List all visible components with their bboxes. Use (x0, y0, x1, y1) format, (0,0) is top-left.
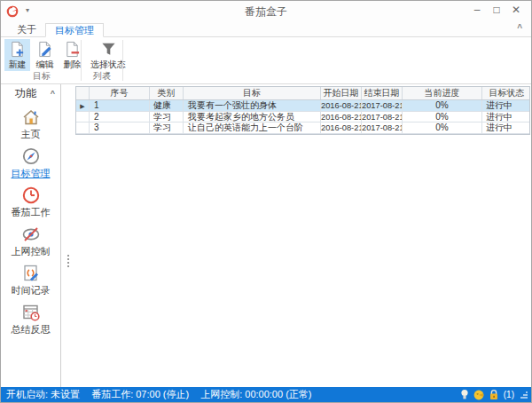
header-goal[interactable]: 目标 (184, 87, 321, 99)
cell-end-date: 2017-08-21 (362, 112, 403, 122)
sidebar: 功能 ^ 主页 (1, 84, 61, 387)
sidebar-item-goal-management[interactable]: 目标管理 (1, 146, 61, 180)
new-goal-button[interactable]: 新建 (4, 39, 30, 71)
edit-document-icon (36, 41, 53, 58)
lock-icon[interactable] (489, 389, 499, 400)
cell-goal: 让自己的英语能力上一个台阶 (184, 122, 321, 133)
cell-number: 1 (90, 100, 150, 111)
cell-status: 进行中 (482, 100, 531, 111)
cell-end-date: 2017-08-21 (362, 122, 403, 133)
cell-category: 学习 (150, 122, 184, 133)
header-row-selector (76, 87, 90, 99)
row-selector-arrow-icon: ▶ (80, 103, 84, 109)
sidebar-item-label: 番茄工作 (12, 206, 51, 219)
sidebar-item-home[interactable]: 主页 (1, 107, 61, 141)
header-category[interactable]: 类别 (150, 87, 184, 99)
select-status-label: 选择状态 (90, 59, 126, 71)
status-internet-control: 上网控制: 00:00:00 (正常) (200, 388, 311, 401)
header-status[interactable]: 目标状态 (482, 87, 531, 99)
resize-grip[interactable] (520, 391, 528, 399)
cell-end-date: 2017-08-21 (362, 100, 403, 111)
status-bar: 开机启动: 未设置 番茄工作: 07:00 (停止) 上网控制: 00:00:0… (1, 387, 531, 402)
table-row[interactable]: 3 学习 让自己的英语能力上一个台阶 2016-08-21 2017-08-21… (76, 122, 529, 134)
delete-goal-label: 删除 (64, 59, 82, 71)
sidebar-item-time-record[interactable]: 时间记录 (1, 264, 61, 297)
sidebar-item-label: 时间记录 (12, 284, 51, 297)
delete-document-icon (64, 41, 81, 58)
cell-progress: 0% (403, 122, 482, 133)
table-row[interactable]: ▶ 1 健康 我要有一个强壮的身体 2016-08-21 2017-08-21 … (76, 100, 529, 112)
sidebar-item-label: 目标管理 (12, 167, 51, 180)
calendar-clock-icon (21, 303, 41, 322)
lightbulb-icon[interactable] (460, 389, 469, 400)
sidebar-item-label: 主页 (21, 128, 41, 141)
status-count-badge: (1) (504, 390, 514, 399)
no-internet-eye-icon (21, 225, 41, 244)
goals-table: 序号 类别 目标 开始日期 结束日期 当前进度 目标状态 ▶ 1 健康 我要有一… (75, 86, 530, 135)
edit-goal-label: 编辑 (36, 59, 54, 71)
time-record-icon (21, 264, 41, 283)
ribbon-group-goal: 目标 (13, 70, 70, 83)
cell-status: 进行中 (482, 112, 531, 122)
status-startup: 开机启动: 未设置 (6, 388, 80, 401)
sidebar-item-tomato-work[interactable]: 番茄工作 (1, 186, 61, 219)
table-header-row: 序号 类别 目标 开始日期 结束日期 当前进度 目标状态 (76, 87, 529, 100)
header-start-date[interactable]: 开始日期 (321, 87, 362, 99)
close-button[interactable]: ✕ (506, 1, 526, 20)
ribbon-group-list: 列表 (82, 70, 121, 83)
tab-goal-management[interactable]: 目标管理 (45, 23, 104, 37)
table-row[interactable]: 2 学习 我要考起家乡的地方公务员 2016-08-21 2017-08-21 … (76, 112, 529, 123)
home-icon (21, 107, 41, 127)
new-goal-label: 新建 (9, 59, 27, 71)
titlebar: ▾ 番茄盒子 – □ ✕ (1, 1, 531, 23)
edit-goal-button[interactable]: 编辑 (32, 39, 58, 71)
sidebar-item-summary-reflection[interactable]: 总结反思 (1, 303, 61, 336)
cell-start-date: 2016-08-21 (321, 122, 362, 133)
tab-about[interactable]: 关于 (8, 23, 45, 36)
cell-start-date: 2016-08-21 (321, 112, 362, 122)
header-number[interactable]: 序号 (90, 87, 150, 99)
cell-progress: 0% (403, 100, 482, 111)
content-area: 功能 ^ 主页 (1, 84, 531, 387)
sidebar-item-label: 总结反思 (12, 323, 51, 336)
minimize-button[interactable]: – (467, 1, 487, 20)
header-progress[interactable]: 当前进度 (403, 87, 482, 99)
cell-category: 学习 (150, 112, 184, 122)
sidebar-header: 功能 (15, 86, 36, 101)
ribbon-collapse-icon[interactable]: ^ (517, 23, 522, 33)
sidebar-collapse-icon[interactable]: ^ (51, 89, 55, 98)
compass-icon (21, 146, 41, 166)
status-tomato-work: 番茄工作: 07:00 (停止) (91, 388, 189, 401)
ribbon-tab-row: 关于 目标管理 ^ (1, 23, 531, 37)
sidebar-item-label: 上网控制 (12, 245, 51, 258)
cell-number: 3 (90, 122, 150, 133)
cell-start-date: 2016-08-21 (321, 100, 362, 111)
cell-category: 健康 (150, 100, 184, 111)
cell-progress: 0% (403, 112, 482, 122)
app-window: ▾ 番茄盒子 – □ ✕ 关于 目标管理 ^ 新建 编 (0, 0, 532, 403)
ribbon: 新建 编辑 删除 选择状态 ▾ 目标 (1, 37, 531, 84)
new-document-icon (9, 41, 26, 58)
maximize-button[interactable]: □ (487, 1, 506, 20)
sidebar-item-internet-control[interactable]: 上网控制 (1, 225, 61, 258)
ribbon-group-separator (81, 40, 82, 81)
cell-status: 进行中 (482, 122, 531, 133)
splitter-handle[interactable] (67, 255, 69, 267)
main-panel: 序号 类别 目标 开始日期 结束日期 当前进度 目标状态 ▶ 1 健康 我要有一… (61, 84, 531, 387)
header-end-date[interactable]: 结束日期 (362, 87, 403, 99)
cell-goal: 我要考起家乡的地方公务员 (184, 112, 321, 122)
cell-number: 2 (90, 112, 150, 122)
cell-goal: 我要有一个强壮的身体 (184, 100, 321, 111)
window-title: 番茄盒子 (1, 1, 531, 23)
tomato-clock-icon (21, 186, 41, 205)
ribbon-group-separator (122, 40, 123, 81)
filter-funnel-icon (100, 41, 117, 58)
tomato-ball-icon[interactable] (473, 390, 484, 400)
